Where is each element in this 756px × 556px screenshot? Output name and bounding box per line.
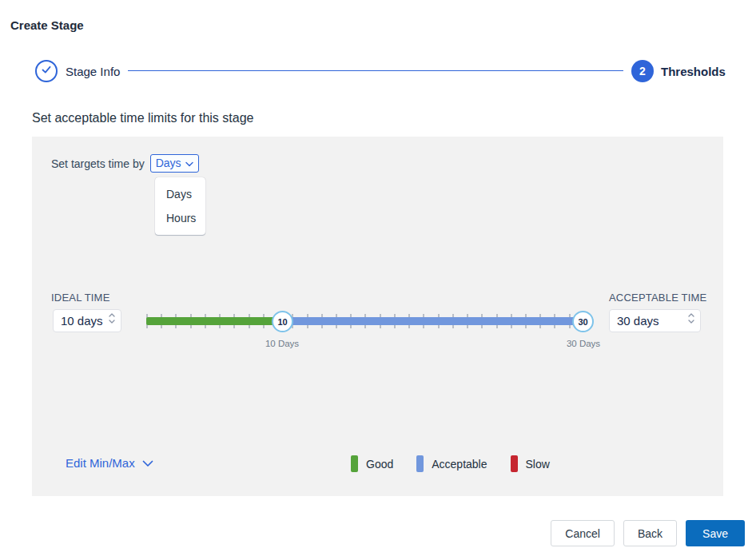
legend-swatch-slow [511,455,518,472]
cancel-button[interactable]: Cancel [551,520,615,546]
acceptable-time-field [609,309,701,332]
spinner-up-icon [109,313,115,317]
spinner-down-icon [688,320,694,324]
acceptable-time-input[interactable] [610,310,700,332]
slider-handle-upper[interactable]: 30 [572,311,594,332]
dialog-footer: Cancel Back Save [0,520,745,546]
time-threshold-slider: 10 30 10 Days 30 Days [146,304,594,354]
spinner-down-icon [109,320,115,324]
ideal-time-stepper[interactable] [109,313,115,324]
back-button[interactable]: Back [623,520,677,546]
legend-label-acceptable: Acceptable [432,458,487,471]
ideal-time-label: IDEAL TIME [51,292,110,304]
legend-label-good: Good [366,458,393,471]
slider-segment-acceptable [282,317,583,325]
unit-option-hours[interactable]: Hours [155,206,205,230]
step-2-number: 2 [639,65,646,77]
acceptable-time-label: ACCEPTABLE TIME [609,292,706,304]
thresholds-panel: Set targets time by Days Days Hours IDEA… [32,137,723,496]
create-stage-dialog: Create Stage Stage Info 2 Thresholds Set… [0,0,756,556]
step-1-label: Stage Info [66,65,120,78]
legend-label-slow: Slow [526,458,550,471]
unit-dropdown-value: Days [156,157,181,169]
step-1-indicator[interactable] [35,60,58,82]
legend: Good Acceptable Slow [351,455,573,472]
legend-item-acceptable: Acceptable [416,455,487,472]
slider-handle-upper-value: 30 [578,317,587,327]
legend-swatch-good [351,455,358,472]
check-icon [40,63,53,79]
legend-swatch-acceptable [416,455,424,472]
chevron-down-icon [185,157,193,169]
acceptable-time-stepper[interactable] [688,313,694,324]
ideal-time-field [53,309,121,332]
unit-dropdown-trigger[interactable]: Days [150,154,199,173]
step-2-label: Thresholds [661,65,726,78]
unit-option-days[interactable]: Days [155,182,205,206]
edit-minmax-label: Edit Min/Max [66,456,135,470]
page-title: Create Stage [10,18,84,32]
spinner-up-icon [688,313,694,317]
slider-handle-lower[interactable]: 10 [272,311,293,332]
edit-minmax-link[interactable]: Edit Min/Max [66,456,153,470]
slider-handle-lower-value: 10 [277,317,287,327]
step-2-indicator[interactable]: 2 [631,60,654,82]
legend-item-good: Good [351,455,393,472]
slider-segment-good [146,317,282,325]
save-button[interactable]: Save [686,520,745,546]
slider-caption-lower: 10 Days [254,339,310,348]
chevron-down-icon [142,456,153,470]
slider-caption-upper: 30 Days [555,339,611,348]
legend-item-slow: Slow [511,455,550,472]
unit-dropdown-menu: Days Hours [155,177,205,235]
targets-row: Set targets time by Days [51,154,199,173]
stepper-connector-line [128,70,623,71]
section-heading: Set acceptable time limits for this stag… [32,111,253,125]
targets-label: Set targets time by [51,157,145,170]
